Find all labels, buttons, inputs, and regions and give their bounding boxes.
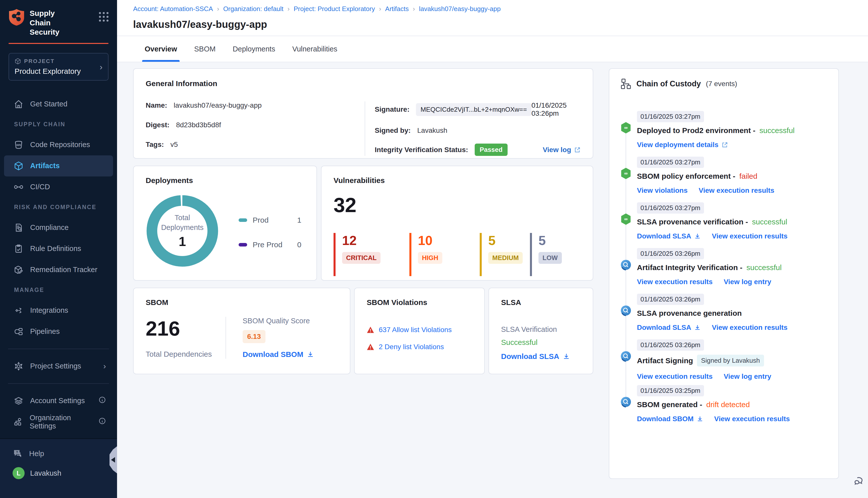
svg-text:∞: ∞ (624, 171, 627, 176)
tab-sbom[interactable]: SBOM (193, 36, 217, 62)
infinity-icon (14, 182, 24, 192)
sidebar-nav: Get Started SUPPLY CHAIN Code Repositori… (0, 94, 117, 342)
view-violations-link[interactable]: View violations (637, 186, 688, 195)
info-icon[interactable] (99, 417, 106, 427)
download-slsa-link[interactable]: Download SLSA (501, 352, 581, 361)
view-execution-results-link[interactable]: View execution results (714, 415, 790, 423)
card-title: SBOM (146, 298, 338, 307)
breadcrumb-organization[interactable]: Organization: default (223, 5, 284, 13)
tab-deployments[interactable]: Deployments (231, 36, 276, 62)
sidebar-item-rule-definitions[interactable]: Rule Definitions (0, 238, 117, 259)
deployments-legend: Prod 1 Pre Prod 0 (238, 216, 301, 249)
warning-icon (367, 343, 374, 350)
view-deployment-details-link[interactable]: View deployment details (637, 141, 728, 149)
sidebar-item-compliance[interactable]: Compliance (0, 217, 117, 238)
cube-icon (14, 161, 24, 171)
sidebar-item-help[interactable]: ? Help (0, 444, 117, 463)
view-execution-results-link[interactable]: View execution results (712, 324, 787, 331)
view-execution-results-link[interactable]: View execution results (637, 372, 713, 381)
download-slsa-link[interactable]: Download SLSA (637, 324, 701, 331)
download-sbom-link[interactable]: Download SBOM (637, 415, 703, 423)
view-log-entry-link[interactable]: View log entry (724, 372, 771, 381)
project-name: Product Exploratory (15, 67, 103, 76)
artifact-name-row: Name: lavakush07/easy-buggy-app (146, 101, 355, 109)
download-icon (694, 324, 701, 331)
tab-vulnerabilities[interactable]: Vulnerabilities (291, 36, 339, 62)
feedback-chat-icon[interactable] (853, 475, 865, 488)
vulnerabilities-total: 32 (334, 193, 581, 217)
breadcrumb-artifact-name[interactable]: lavakush07/easy-buggy-app (419, 5, 501, 13)
signature-row: Signature: MEQCICde2VjIT...bL+2+mqnOXw==… (375, 101, 581, 117)
view-log-entry-link[interactable]: View log entry (724, 278, 771, 286)
breadcrumb-account[interactable]: Account: Automation-SSCA (133, 5, 213, 13)
view-execution-results-link[interactable]: View execution results (712, 232, 787, 240)
deployments-donut-chart: Total Deployments 1 (146, 194, 219, 267)
hierarchy-icon (620, 78, 631, 89)
sidebar-item-account-settings[interactable]: Account Settings (0, 390, 117, 411)
event-title: Artifact Integrity Verification -success… (637, 263, 827, 272)
breadcrumb-separator: › (217, 5, 219, 13)
sidebar-item-cicd[interactable]: CI/CD (0, 176, 117, 198)
chain-event: 01/16/2025 03:25pm SBOM generated -drift… (620, 385, 827, 423)
user-menu[interactable]: L Lavakush (0, 467, 117, 479)
slsa-verification-status: Successful (501, 338, 581, 346)
download-sbom-link[interactable]: Download SBOM (243, 350, 314, 359)
scan-circle-icon (620, 350, 631, 362)
tab-bar: Overview SBOM Deployments Vulnerabilitie… (117, 36, 868, 62)
sidebar-item-project-settings[interactable]: Project Settings › (0, 356, 117, 377)
info-icon[interactable] (99, 396, 106, 405)
app-switcher-icon[interactable] (99, 12, 108, 22)
pre-prod-swatch (238, 243, 247, 247)
svg-text:?: ? (16, 450, 18, 454)
chain-events-count: (7 events) (706, 80, 737, 88)
svg-text:∞: ∞ (624, 217, 627, 222)
donut-center-value: 1 (179, 234, 186, 249)
section-header-risk: RISK AND COMPLIANCE (0, 198, 117, 217)
view-execution-results-link[interactable]: View execution results (637, 278, 713, 286)
event-timestamp: 01/16/2025 03:26pm (637, 294, 704, 305)
sidebar-bottom-panel: ? Help L Lavakush (0, 438, 117, 498)
content-area: General Information Name: lavakush07/eas… (117, 63, 868, 498)
download-slsa-link[interactable]: Download SLSA (637, 232, 701, 240)
cube-icon (15, 58, 21, 65)
sidebar-item-pipelines[interactable]: Pipelines (0, 321, 117, 342)
scan-circle-icon (620, 305, 631, 316)
tab-overview[interactable]: Overview (143, 36, 179, 62)
project-selector[interactable]: PROJECT Product Exploratory › (9, 53, 108, 81)
sidebar-item-remediation-tracker[interactable]: Remediation Tracker (0, 259, 117, 280)
external-link-icon (722, 142, 728, 148)
sidebar-item-organization-settings[interactable]: Organization Settings (0, 411, 117, 432)
download-icon (694, 233, 701, 239)
allow-list-violations-link[interactable]: 637 Allow list Violations (379, 326, 452, 334)
breadcrumb-artifacts[interactable]: Artifacts (385, 5, 409, 13)
event-timestamp: 01/16/2025 03:27pm (637, 157, 704, 168)
breadcrumb: Account: Automation-SSCA› Organization: … (133, 5, 868, 13)
sidebar-item-code-repositories[interactable]: Code Repositories (0, 134, 117, 155)
sidebar-item-integrations[interactable]: Integrations (0, 300, 117, 321)
section-header-manage: MANAGE (0, 280, 117, 300)
sidebar-item-get-started[interactable]: Get Started (0, 94, 117, 115)
deny-list-violations-link[interactable]: 2 Deny list Violations (379, 343, 444, 351)
page-title: lavakush07/easy-buggy-app (133, 19, 868, 30)
signature-timestamp: 01/16/2025 03:26pm (531, 101, 581, 117)
chain-event: ∞ 01/16/2025 03:27pm Deployed to Prod2 e… (620, 111, 827, 157)
severity-high: 10 HIGH (410, 233, 480, 276)
sidebar-divider (8, 349, 109, 349)
status-badge: Passed (475, 144, 508, 156)
document-search-icon (14, 223, 24, 233)
breadcrumb-project[interactable]: Project: Product Exploratory (294, 5, 375, 13)
pipelines-icon (14, 327, 24, 336)
sidebar-item-artifacts[interactable]: Artifacts (4, 155, 113, 176)
signature-value[interactable]: MEQCICde2VjIT...bL+2+mqnOXw== (416, 103, 531, 116)
user-name: Lavakush (30, 469, 61, 477)
digest-row: Digest: 8d23bd3b5d8f (146, 121, 355, 129)
integrity-row: Integrity Verification Status: Passed Vi… (375, 144, 581, 156)
app-logo: Supply Chain Security (0, 0, 117, 37)
view-execution-results-link[interactable]: View execution results (699, 186, 774, 195)
slsa-verification-label: SLSA Verification (501, 325, 581, 333)
donut-center-label: Total Deployments (160, 213, 205, 233)
code-repo-icon (14, 140, 24, 149)
download-icon (307, 351, 314, 358)
legend-item-prod: Prod 1 (238, 216, 301, 224)
view-log-link[interactable]: View log (543, 146, 581, 154)
